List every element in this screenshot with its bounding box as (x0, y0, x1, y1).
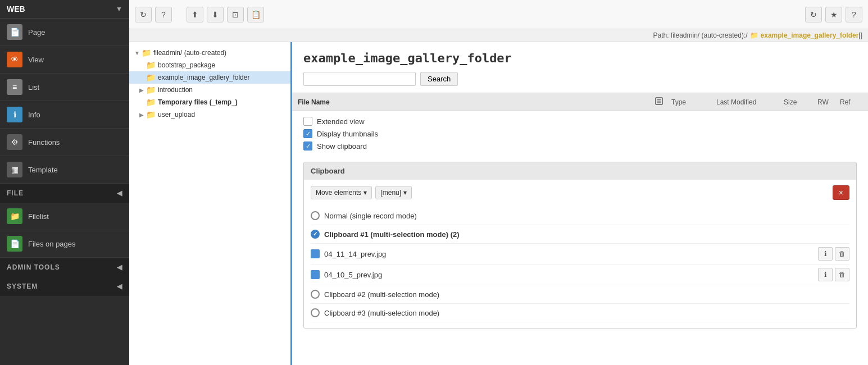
col-rw: RW (817, 98, 840, 106)
file1-name: 04_11_14_prev.jpg (324, 250, 818, 258)
file2-icon (311, 270, 320, 279)
tree-item-temp-label: Temporary files (_temp_) (158, 98, 238, 106)
tree-item-bootstrap[interactable]: 📁 bootstrap_package (129, 59, 290, 71)
gallery-expand-icon (138, 74, 145, 81)
sidebar-item-files-on-pages[interactable]: 📄 Files on pages (0, 230, 129, 258)
clipboard3-label: Clipboard #3 (multi-selection mode) (324, 309, 439, 317)
file-manager: example_image_gallery_folder Search File… (292, 42, 868, 365)
sidebar-web-arrow: ▼ (116, 5, 122, 13)
tree-root[interactable]: ▼ 📁 fileadmin/ (auto-created) (129, 47, 290, 59)
toolbar-refresh-right[interactable]: ↻ (805, 7, 822, 22)
search-input[interactable] (303, 72, 416, 86)
file1-info-button[interactable]: ℹ (818, 247, 833, 261)
tree-item-user-upload-label: user_upload (158, 111, 195, 118)
move-elements-label: Move elements (316, 189, 361, 197)
tree-item-user-upload[interactable]: ▶ 📁 user_upload (129, 108, 290, 121)
clipboard-header: Clipboard (304, 162, 856, 180)
clipboard2-label: Clipboard #2 (multi-selection mode) (324, 290, 439, 299)
search-button[interactable]: Search (420, 72, 458, 86)
temp-expand-icon (138, 99, 145, 106)
clipboard1-mode[interactable]: Clipboard #1 (multi-selection mode) (2) (311, 225, 849, 244)
sidebar-item-view[interactable]: 👁 View (0, 46, 129, 74)
file1-delete-button[interactable]: 🗑 (835, 247, 849, 261)
top-toolbar: ↻ ? ⬆ ⬇ ⊡ 📋 ↻ ★ ? (129, 0, 868, 29)
sidebar-web-header[interactable]: WEB ▼ (0, 0, 129, 19)
sidebar-file-label: FILE (7, 189, 24, 197)
toolbar-star[interactable]: ★ (825, 7, 842, 22)
clipboard2-radio[interactable] (311, 290, 320, 299)
filelist-icon: 📁 (7, 208, 22, 224)
sidebar-file-arrow: ◀ (117, 189, 122, 197)
sidebar-item-functions[interactable]: ⚙ Functions (0, 129, 129, 156)
sidebar-file-header[interactable]: FILE ◀ (0, 184, 129, 203)
sidebar-item-filelist[interactable]: 📁 Filelist (0, 203, 129, 230)
option-show-clipboard: Show clipboard (303, 142, 857, 150)
show-clipboard-checkbox[interactable] (303, 142, 312, 150)
sidebar-system-arrow: ◀ (117, 282, 122, 290)
file2-delete-button[interactable]: 🗑 (835, 268, 849, 281)
tree-item-bootstrap-label: bootstrap_package (158, 61, 215, 69)
clipboard-body: Move elements ▾ [menu] ▾ × Normal (singl… (304, 180, 856, 328)
user-upload-expand-icon: ▶ (138, 111, 145, 118)
clipboard-normal-mode[interactable]: Normal (single record mode) (311, 207, 849, 225)
help-button[interactable]: ? (155, 7, 172, 22)
file2-name: 04_10_5_prev.jpg (324, 271, 818, 279)
show-clipboard-label: Show clipboard (317, 142, 367, 150)
clipboard1-radio[interactable] (311, 230, 320, 239)
sidebar-item-page[interactable]: 📄 Page (0, 19, 129, 46)
tree-item-gallery[interactable]: 📁 example_image_gallery_folder (129, 71, 290, 84)
clipboard-file-2: 04_10_5_prev.jpg ℹ 🗑 (311, 264, 849, 285)
close-clipboard-button[interactable]: × (833, 185, 849, 200)
sidebar-item-info[interactable]: ℹ Info (0, 101, 129, 129)
sidebar-item-info-label: Info (28, 111, 40, 119)
tree-item-temp[interactable]: 📁 Temporary files (_temp_) (129, 96, 290, 108)
new-folder-button[interactable]: 📋 (247, 7, 264, 22)
clipboard2-mode[interactable]: Clipboard #2 (multi-selection mode) (311, 285, 849, 304)
sidebar-item-files-on-pages-label: Files on pages (28, 240, 76, 248)
display-thumbnails-checkbox[interactable] (303, 129, 312, 138)
introduction-expand-icon: ▶ (138, 86, 145, 93)
fm-search-bar: Search (292, 72, 868, 93)
file2-info-button[interactable]: ℹ (818, 268, 833, 281)
file-tree: ▼ 📁 fileadmin/ (auto-created) 📁 bootstra… (129, 42, 292, 365)
col-last-modified: Last Modified (716, 98, 784, 106)
path-suffix: [] (858, 31, 862, 39)
tree-root-label: fileadmin/ (auto-created) (153, 49, 226, 57)
option-extended-view: Extended view (303, 117, 857, 126)
toolbar-help-right[interactable]: ? (846, 7, 862, 22)
sidebar-system-header[interactable]: SYSTEM ◀ (0, 277, 129, 296)
move-elements-button[interactable]: Move elements ▾ (311, 186, 372, 199)
template-icon: ▦ (7, 162, 22, 177)
page-icon: 📄 (7, 24, 22, 40)
col-ref: Ref (840, 98, 862, 106)
normal-mode-radio[interactable] (311, 211, 320, 220)
clipboard-toggle-button[interactable]: ⊡ (227, 7, 244, 22)
user-upload-folder-icon: 📁 (146, 110, 156, 119)
main-area: ↻ ? ⬆ ⬇ ⊡ 📋 ↻ ★ ? Path: fileadmin/ (auto… (129, 0, 868, 365)
sidebar-item-view-label: View (28, 56, 44, 64)
sidebar-item-list[interactable]: ≡ List (0, 74, 129, 101)
root-expand-icon: ▼ (134, 49, 140, 56)
download-button[interactable]: ⬇ (207, 7, 224, 22)
file2-actions: ℹ 🗑 (818, 268, 849, 281)
tree-item-introduction[interactable]: ▶ 📁 introduction (129, 84, 290, 96)
sidebar-admin-header[interactable]: ADMIN TOOLS ◀ (0, 258, 129, 277)
menu-label: [menu] (380, 189, 401, 197)
path-folder-name: example_image_gallery_folder (761, 31, 859, 39)
clipboard3-radio[interactable] (311, 308, 320, 317)
extended-view-checkbox[interactable] (303, 117, 312, 126)
refresh-button[interactable]: ↻ (135, 7, 152, 22)
normal-mode-label: Normal (single record mode) (324, 212, 417, 220)
col-file-name: File Name (298, 98, 655, 106)
sidebar-item-template[interactable]: ▦ Template (0, 156, 129, 184)
col-action-icon (655, 97, 671, 107)
upload-button[interactable]: ⬆ (187, 7, 203, 22)
clipboard3-mode[interactable]: Clipboard #3 (multi-selection mode) (311, 304, 849, 322)
path-prefix: Path: fileadmin/ (auto-created):/ (653, 31, 747, 39)
col-type: Type (671, 98, 716, 106)
clipboard-section: Clipboard Move elements ▾ [menu] ▾ × (303, 162, 857, 328)
root-folder-icon: 📁 (142, 48, 151, 57)
clipboard1-label: Clipboard #1 (multi-selection mode) (2) (324, 230, 460, 239)
sidebar-item-page-label: Page (28, 28, 45, 36)
menu-button[interactable]: [menu] ▾ (375, 186, 412, 199)
